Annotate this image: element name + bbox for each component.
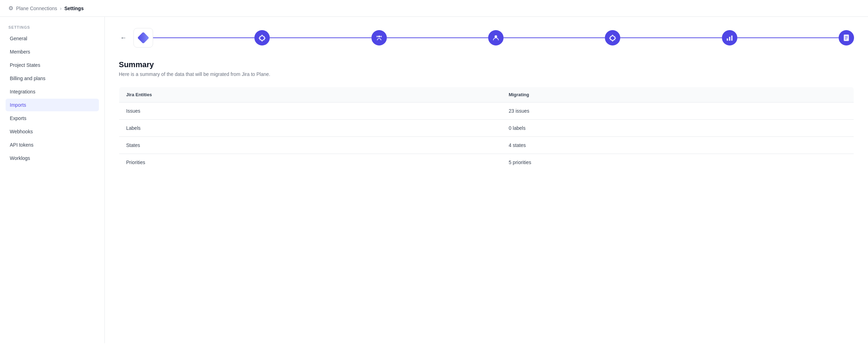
stepper-line-2 xyxy=(270,37,371,38)
stepper-step-6[interactable] xyxy=(839,30,854,45)
svg-point-3 xyxy=(376,36,378,37)
sidebar-item-imports[interactable]: Imports xyxy=(6,99,99,111)
sidebar-item-webhooks[interactable]: Webhooks xyxy=(6,125,99,138)
stepper-step-1[interactable] xyxy=(254,30,270,45)
table-row: Labels0 labels xyxy=(119,120,854,137)
svg-point-4 xyxy=(494,35,497,38)
sidebar-item-exports[interactable]: Exports xyxy=(6,112,99,125)
col-jira-entities: Jira Entities xyxy=(119,87,502,103)
svg-point-1 xyxy=(378,36,380,38)
stepper-line-5 xyxy=(620,37,722,38)
parent-breadcrumb[interactable]: Plane Connections xyxy=(16,6,57,11)
table-body: Issues23 issuesLabels0 labelsStates4 sta… xyxy=(119,103,854,171)
stepper-step-2[interactable] xyxy=(371,30,387,45)
table-row: States4 states xyxy=(119,137,854,154)
entity-cell: States xyxy=(119,137,502,154)
back-button[interactable]: ← xyxy=(119,33,128,43)
summary-description: Here is a summary of the data that will … xyxy=(119,71,854,77)
sidebar-item-worklogs[interactable]: Worklogs xyxy=(6,152,99,164)
svg-rect-7 xyxy=(731,36,732,41)
stepper-line-3 xyxy=(387,37,488,38)
sidebar-item-general[interactable]: General xyxy=(6,32,99,45)
svg-rect-5 xyxy=(726,38,728,41)
jira-logo-step xyxy=(133,28,153,48)
breadcrumb-chevron: › xyxy=(60,6,62,11)
svg-rect-6 xyxy=(729,37,730,41)
current-page-label: Settings xyxy=(64,6,84,11)
entity-cell: Labels xyxy=(119,120,502,137)
stepper-step-5[interactable] xyxy=(722,30,737,45)
svg-rect-0 xyxy=(138,32,149,43)
stepper: ← xyxy=(119,28,854,48)
sidebar-item-integrations[interactable]: Integrations xyxy=(6,85,99,98)
stepper-line-1 xyxy=(153,37,254,38)
migrating-cell: 5 priorities xyxy=(502,154,854,171)
sidebar-item-members[interactable]: Members xyxy=(6,45,99,58)
sidebar-section-label: SETTINGS xyxy=(6,25,99,29)
sidebar-item-api-tokens[interactable]: API tokens xyxy=(6,139,99,151)
top-header: ⚙ Plane Connections › Settings xyxy=(0,0,868,17)
summary-table: Jira Entities Migrating Issues23 issuesL… xyxy=(119,87,854,171)
sidebar: SETTINGS General Members Project States … xyxy=(0,17,105,343)
migrating-cell: 23 issues xyxy=(502,103,854,120)
stepper-line-6 xyxy=(737,37,839,38)
sidebar-item-billing[interactable]: Billing and plans xyxy=(6,72,99,85)
table-row: Issues23 issues xyxy=(119,103,854,120)
summary-title: Summary xyxy=(119,60,854,69)
migrating-cell: 4 states xyxy=(502,137,854,154)
sidebar-item-project-states[interactable]: Project States xyxy=(6,59,99,71)
main-layout: SETTINGS General Members Project States … xyxy=(0,17,868,343)
entity-cell: Issues xyxy=(119,103,502,120)
table-row: Priorities5 priorities xyxy=(119,154,854,171)
migrating-cell: 0 labels xyxy=(502,120,854,137)
entity-cell: Priorities xyxy=(119,154,502,171)
svg-point-2 xyxy=(380,36,382,37)
stepper-step-3[interactable] xyxy=(488,30,504,45)
main-content: ← xyxy=(105,17,868,343)
col-migrating: Migrating xyxy=(502,87,854,103)
table-header: Jira Entities Migrating xyxy=(119,87,854,103)
stepper-step-4[interactable] xyxy=(605,30,620,45)
settings-icon: ⚙ xyxy=(8,5,13,12)
stepper-line-4 xyxy=(504,37,605,38)
